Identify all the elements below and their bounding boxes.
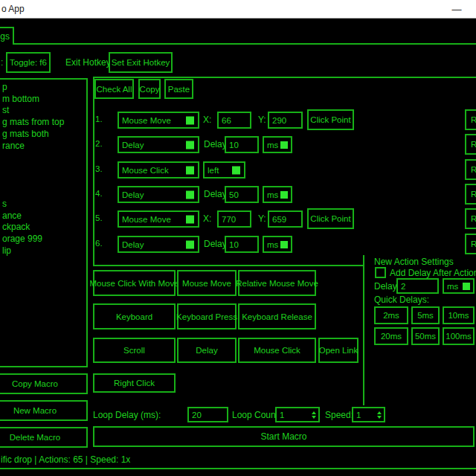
stepper-arrows-icon[interactable] [312, 411, 316, 419]
delay-unit-dropdown[interactable]: ms [263, 236, 292, 253]
speed-value: 1 [356, 411, 361, 419]
dropdown-indicator-icon [280, 191, 288, 199]
remove-button[interactable]: R [465, 134, 476, 155]
delay-unit-dropdown[interactable]: ms [263, 136, 292, 153]
macro-list-item[interactable]: ance [2, 210, 22, 222]
action-type-dropdown-value: Delay [122, 240, 144, 249]
click-point-button[interactable]: Click Point [307, 208, 354, 229]
delay-input[interactable]: 50 [225, 186, 259, 203]
settings-delay-label: Delay: [374, 281, 399, 292]
macro-list-item[interactable]: g mats both [2, 129, 49, 141]
dropdown-indicator-icon [232, 166, 240, 174]
quick-delay-button[interactable]: 10ms [443, 306, 475, 324]
delay-input[interactable]: 10 [225, 136, 259, 153]
copy-macro-button[interactable]: Copy Macro [0, 373, 88, 394]
macro-list-item[interactable]: g mats from top [2, 117, 64, 129]
delete-macro-button[interactable]: Delete Macro [0, 427, 88, 448]
add-delay-checkbox[interactable] [375, 267, 386, 278]
action-type-dropdown[interactable]: Delay [118, 186, 199, 203]
loop-count-stepper[interactable]: 1 [275, 407, 320, 422]
new-action-button[interactable]: Delay [177, 338, 237, 363]
remove-button[interactable]: R [465, 208, 476, 229]
delay-unit-dropdown[interactable]: ms [263, 186, 292, 203]
toggle-hotkey-button[interactable]: Toggle: f6 [6, 52, 51, 73]
check-all-button[interactable]: Check All [94, 79, 134, 99]
action-type-dropdown[interactable]: Delay [118, 136, 199, 153]
y-input[interactable]: 659 [268, 210, 303, 228]
settings-delay-input[interactable]: 2 [396, 278, 439, 294]
action-type-dropdown[interactable]: Delay [118, 236, 199, 253]
new-action-button[interactable]: Keyboard [93, 303, 176, 329]
macro-list-item[interactable]: m bottom [2, 94, 39, 106]
dropdown-indicator-icon [280, 241, 288, 248]
action-type-dropdown[interactable]: Mouse Move [118, 112, 199, 129]
exit-hotkey-label: Exit Hotkey: [65, 57, 113, 68]
app-window: o App — gs : Toggle: f6 Exit Hotkey: Set… [0, 0, 476, 476]
new-action-button[interactable]: Right Click [93, 373, 176, 393]
loop-delay-label: Loop Delay (ms): [93, 410, 161, 420]
loop-delay-input[interactable]: 20 [187, 407, 228, 422]
macro-list-item[interactable]: p [2, 82, 7, 94]
new-action-button[interactable]: Keyboard Press [177, 303, 237, 329]
dropdown-indicator-icon [186, 215, 194, 223]
start-macro-button[interactable]: Start Macro [93, 426, 475, 447]
minimize-button[interactable]: — [446, 0, 467, 18]
delay-input[interactable]: 10 [225, 236, 259, 253]
mouse-button-dropdown-value: left [208, 166, 219, 175]
new-action-button[interactable]: Mouse Click [238, 338, 316, 363]
speed-stepper[interactable]: 1 [352, 407, 385, 422]
row-number: 3. [95, 164, 103, 173]
action-type-dropdown-value: Delay [122, 190, 144, 199]
dropdown-indicator-icon [186, 190, 194, 199]
click-point-button[interactable]: Click Point [307, 109, 354, 130]
delay-unit-dropdown-value: ms [267, 141, 278, 149]
remove-button[interactable]: R [465, 184, 476, 205]
copy-button[interactable]: Copy [138, 79, 161, 99]
action-type-dropdown-value: Mouse Move [122, 215, 171, 224]
paste-button[interactable]: Paste [164, 79, 193, 99]
action-type-dropdown-value: Mouse Click [122, 166, 169, 175]
action-type-dropdown[interactable]: Mouse Click [118, 161, 199, 178]
new-action-button[interactable]: Scroll [93, 338, 176, 363]
macro-list-item[interactable]: st [2, 105, 9, 117]
quick-delay-button[interactable]: 50ms [411, 327, 440, 345]
remove-button[interactable]: R [465, 159, 476, 180]
remove-button[interactable]: R [465, 234, 476, 254]
actions-panel-border-bottom [93, 265, 363, 266]
dropdown-indicator-icon [186, 141, 194, 149]
quick-delay-button[interactable]: 20ms [374, 327, 408, 345]
loop-count-value: 1 [280, 411, 284, 419]
x-input[interactable]: 66 [217, 112, 251, 129]
new-action-button[interactable]: Keyboard Release [238, 303, 316, 329]
stepper-arrows-icon[interactable] [377, 411, 382, 419]
action-type-dropdown-value: Delay [122, 141, 144, 149]
status-bar-text: ific drop | Actions: 65 | Speed: 1x [1, 454, 130, 465]
action-type-dropdown[interactable]: Mouse Move [118, 210, 199, 228]
tab-settings[interactable]: gs [0, 27, 14, 45]
quick-delay-button[interactable]: 100ms [443, 327, 475, 345]
y-input[interactable]: 290 [268, 112, 303, 129]
mouse-button-dropdown[interactable]: left [203, 161, 245, 178]
new-action-button[interactable]: Open Link [318, 338, 358, 363]
macro-list-item[interactable]: s [2, 199, 7, 210]
new-action-button[interactable]: Relative Mouse Move [238, 270, 316, 296]
x-input[interactable]: 770 [217, 210, 251, 228]
y-label: Y: [258, 213, 266, 224]
set-exit-hotkey-button[interactable]: Set Exit Hotkey [109, 52, 173, 73]
macro-list-item[interactable]: ckpack [2, 222, 30, 234]
dropdown-indicator-icon [186, 116, 194, 124]
macro-list[interactable]: pm bottomstg mats from topg mats bothran… [0, 78, 88, 367]
hotkey-label-cut: : [1, 57, 3, 68]
new-macro-button[interactable]: New Macro [0, 400, 88, 421]
settings-delay-unit-dropdown[interactable]: ms [443, 278, 475, 294]
new-action-button[interactable]: Mouse Click With Move [93, 270, 176, 296]
macro-list-item[interactable]: rance [2, 141, 25, 152]
remove-button[interactable]: R [465, 109, 476, 130]
macro-list-item[interactable]: orage 999 [2, 234, 42, 245]
new-action-button[interactable]: Mouse Move [177, 270, 237, 296]
quick-delay-button[interactable]: 2ms [374, 306, 408, 324]
new-action-settings-title: New Action Settings [374, 257, 454, 267]
quick-delay-button[interactable]: 5ms [411, 306, 440, 324]
row-number: 4. [95, 189, 103, 198]
macro-list-item[interactable]: lip [2, 245, 11, 257]
